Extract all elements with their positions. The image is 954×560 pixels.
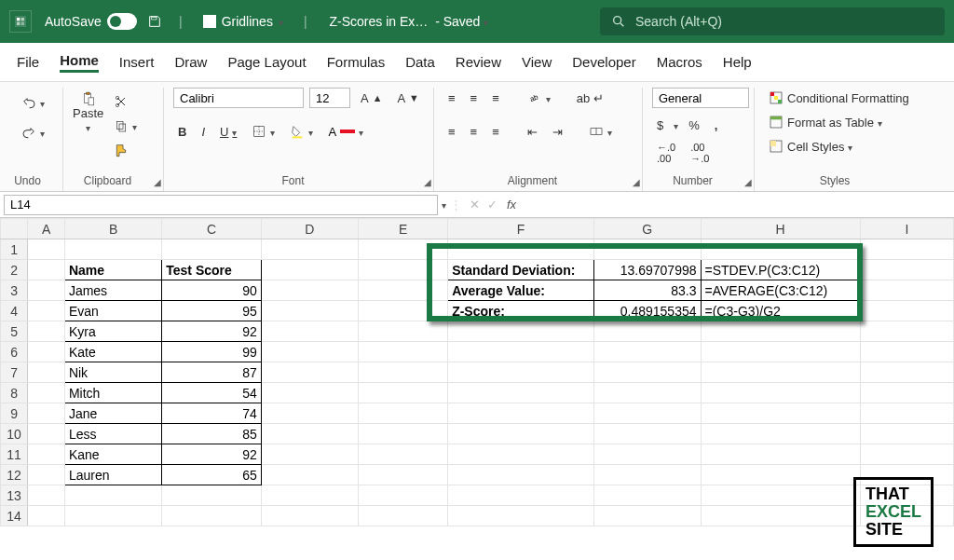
cell[interactable] bbox=[359, 321, 448, 342]
cell[interactable] bbox=[359, 342, 448, 362]
copy-button[interactable] bbox=[109, 116, 142, 136]
bold-button[interactable]: B bbox=[173, 122, 191, 142]
col-header[interactable]: A bbox=[28, 219, 65, 239]
wrap-text-button[interactable]: ab↵ bbox=[572, 89, 608, 108]
cell[interactable] bbox=[448, 403, 594, 424]
cell[interactable] bbox=[701, 444, 860, 465]
dialog-launcher-icon[interactable]: ◢ bbox=[744, 177, 752, 187]
cell[interactable]: Kate bbox=[64, 342, 161, 362]
align-middle-button[interactable]: ≡ bbox=[466, 89, 483, 108]
cell[interactable] bbox=[593, 239, 701, 260]
paste-button[interactable]: Paste bbox=[73, 91, 103, 134]
cell[interactable] bbox=[261, 444, 358, 465]
cell[interactable] bbox=[448, 342, 594, 362]
cell[interactable] bbox=[261, 321, 358, 342]
redo-button[interactable] bbox=[17, 121, 49, 145]
cell[interactable]: James bbox=[64, 280, 161, 301]
cell[interactable] bbox=[64, 506, 161, 526]
tab-help[interactable]: Help bbox=[723, 54, 752, 70]
row-header[interactable]: 13 bbox=[1, 485, 28, 506]
row-header[interactable]: 10 bbox=[1, 424, 28, 444]
cell[interactable] bbox=[359, 239, 448, 260]
cell[interactable] bbox=[28, 321, 65, 342]
cell[interactable] bbox=[860, 321, 953, 342]
align-left-button[interactable]: ≡ bbox=[443, 122, 460, 142]
cell[interactable] bbox=[448, 424, 594, 444]
cell[interactable] bbox=[64, 485, 161, 506]
dialog-launcher-icon[interactable]: ◢ bbox=[633, 177, 640, 187]
tab-review[interactable]: Review bbox=[456, 54, 501, 70]
cell[interactable] bbox=[701, 506, 860, 526]
cell[interactable] bbox=[860, 362, 953, 383]
cell[interactable] bbox=[593, 506, 701, 526]
grid[interactable]: A B C D E F G H I 12NameTest ScoreStanda… bbox=[0, 218, 954, 526]
col-header[interactable]: D bbox=[261, 219, 358, 239]
cell[interactable] bbox=[261, 424, 358, 444]
font-color-button[interactable]: A bbox=[323, 121, 368, 142]
tab-home[interactable]: Home bbox=[60, 52, 99, 73]
col-header[interactable]: I bbox=[860, 219, 953, 239]
cell[interactable] bbox=[28, 239, 65, 260]
cell[interactable] bbox=[28, 301, 65, 321]
tab-data[interactable]: Data bbox=[405, 54, 435, 70]
col-header[interactable]: B bbox=[64, 219, 161, 239]
cell[interactable] bbox=[28, 465, 65, 485]
cell[interactable] bbox=[261, 239, 358, 260]
cell[interactable] bbox=[448, 485, 594, 506]
cell[interactable]: 54 bbox=[162, 383, 261, 403]
fx-icon[interactable]: fx bbox=[501, 198, 522, 212]
cell[interactable] bbox=[701, 321, 860, 342]
row-header[interactable]: 4 bbox=[1, 301, 28, 321]
name-box[interactable] bbox=[4, 195, 438, 215]
cell[interactable] bbox=[593, 485, 701, 506]
enter-icon[interactable]: ✓ bbox=[484, 198, 501, 212]
tab-view[interactable]: View bbox=[522, 54, 552, 70]
cell[interactable]: Test Score bbox=[162, 260, 261, 280]
undo-button[interactable] bbox=[17, 91, 49, 116]
cell[interactable] bbox=[261, 362, 358, 383]
cell[interactable] bbox=[28, 342, 65, 362]
cell-styles-button[interactable]: Cell Styles bbox=[764, 136, 917, 157]
font-name-combo[interactable] bbox=[173, 88, 304, 108]
row-header[interactable]: 1 bbox=[1, 239, 28, 260]
align-center-button[interactable]: ≡ bbox=[466, 122, 483, 142]
cancel-icon[interactable]: ✕ bbox=[466, 198, 484, 212]
cell[interactable] bbox=[701, 383, 860, 403]
cell[interactable] bbox=[162, 506, 261, 526]
cell[interactable]: Kane bbox=[64, 444, 161, 465]
cell[interactable] bbox=[261, 342, 358, 362]
increase-decimal-button[interactable]: ←.0.00 bbox=[652, 139, 680, 167]
row-header[interactable]: 14 bbox=[1, 506, 28, 526]
cell[interactable] bbox=[261, 485, 358, 506]
cell[interactable]: 13.69707998 bbox=[593, 260, 701, 280]
cell[interactable] bbox=[860, 383, 953, 403]
tab-formulas[interactable]: Formulas bbox=[327, 54, 386, 70]
cell[interactable]: =(C3-G3)/G2 bbox=[701, 301, 860, 321]
cell[interactable] bbox=[28, 403, 65, 424]
cell[interactable]: 65 bbox=[162, 465, 261, 485]
cell[interactable]: 92 bbox=[162, 444, 261, 465]
filename[interactable]: Z-Scores in Ex… - Saved bbox=[330, 14, 489, 29]
cell[interactable] bbox=[261, 383, 358, 403]
cell[interactable] bbox=[359, 506, 448, 526]
row-header[interactable]: 6 bbox=[1, 342, 28, 362]
cell[interactable]: 95 bbox=[162, 301, 261, 321]
cell[interactable]: Lauren bbox=[64, 465, 161, 485]
conditional-formatting-button[interactable]: Conditional Formatting bbox=[764, 88, 917, 108]
orientation-button[interactable]: ab bbox=[523, 88, 555, 108]
col-header[interactable]: H bbox=[701, 219, 860, 239]
cell[interactable] bbox=[593, 403, 701, 424]
cell[interactable] bbox=[701, 465, 860, 485]
cell[interactable] bbox=[28, 485, 65, 506]
autosave-toggle[interactable] bbox=[107, 13, 137, 30]
cell[interactable] bbox=[860, 280, 953, 301]
cell[interactable] bbox=[359, 485, 448, 506]
borders-button[interactable] bbox=[247, 121, 279, 142]
italic-button[interactable]: I bbox=[197, 122, 210, 142]
cell[interactable]: 92 bbox=[162, 321, 261, 342]
cell[interactable] bbox=[701, 239, 860, 260]
cell[interactable] bbox=[162, 485, 261, 506]
cell[interactable] bbox=[28, 383, 65, 403]
row-header[interactable]: 7 bbox=[1, 362, 28, 383]
tab-developer[interactable]: Developer bbox=[572, 54, 635, 70]
